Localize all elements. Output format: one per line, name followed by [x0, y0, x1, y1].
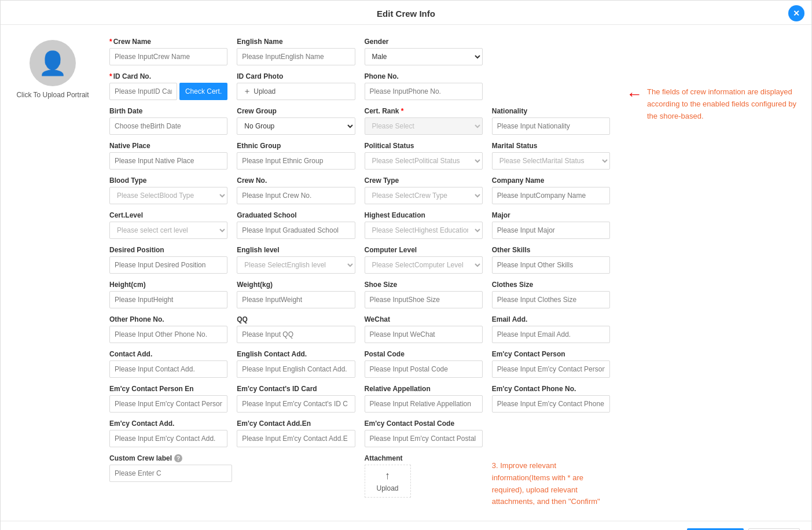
shoe-size-input[interactable] [365, 291, 483, 308]
crew-name-field: *Crew Name [105, 34, 232, 69]
phone-input[interactable] [365, 83, 483, 100]
birth-date-label: Birth Date [109, 107, 227, 115]
nationality-field: Nationality [487, 104, 615, 138]
close-button[interactable]: ✕ [788, 5, 804, 21]
crew-type-select[interactable]: Please SelectCrew Type [365, 187, 483, 204]
upload-portrait-label[interactable]: Click To Upload Portrait [16, 91, 89, 99]
emcy-add-field: Em'cy Contact Add. [105, 416, 232, 451]
english-level-label: English level [237, 246, 355, 254]
bottom-annotation-field: 3. Improve relevant information(Items wi… [487, 451, 615, 511]
english-name-field: English Name [232, 34, 359, 69]
form-area: *Crew Name English Name Gender Male Fema… [105, 34, 615, 511]
desired-position-label: Desired Position [109, 246, 227, 254]
emcy-person-en-label: Em'cy Contact Person En [109, 385, 227, 393]
ethnic-group-input[interactable] [237, 152, 355, 170]
empty-field-1 [487, 34, 615, 69]
crew-group-select[interactable]: No Group [237, 117, 355, 135]
company-name-field: Company Name [487, 173, 615, 208]
height-input[interactable] [109, 291, 227, 308]
form-grid: *Crew Name English Name Gender Male Fema… [105, 34, 615, 511]
other-phone-field: Other Phone No. [105, 312, 232, 347]
clothes-size-input[interactable] [492, 291, 610, 308]
contact-add-input[interactable] [109, 360, 227, 378]
blood-type-select[interactable]: Please SelectBlood Type [109, 187, 227, 204]
custom-label-input[interactable] [109, 465, 232, 482]
native-place-input[interactable] [109, 152, 227, 170]
relative-appellation-input[interactable] [365, 395, 483, 413]
gender-select[interactable]: Male Female [365, 48, 483, 65]
cert-rank-select[interactable]: Please Select [365, 117, 483, 135]
english-level-field: English level Please SelectEnglish level [232, 242, 359, 277]
right-panel: ← The fields of crew information are dis… [626, 34, 800, 511]
modal-footer: ☑ Confirm ✕ Cancel [1, 521, 811, 530]
id-card-input[interactable] [109, 83, 177, 100]
graduated-school-input[interactable] [237, 222, 355, 239]
upload-icon: ↑ [385, 470, 390, 482]
id-card-field: *ID Card No. Check Cert. [105, 69, 232, 104]
emcy-postal-input[interactable] [365, 430, 483, 447]
wechat-input[interactable] [365, 326, 483, 343]
emcy-id-card-input[interactable] [237, 395, 355, 413]
crew-type-field: Crew Type Please SelectCrew Type [360, 173, 487, 208]
edit-crew-modal: Edit Crew Info ✕ 👤 Click To Upload Portr… [0, 0, 812, 530]
marital-status-select[interactable]: Please SelectMarital Status [492, 152, 610, 170]
english-name-input[interactable] [237, 48, 355, 65]
crew-name-input[interactable] [109, 48, 227, 65]
attachment-upload-button[interactable]: ↑ Upload [365, 465, 411, 498]
person-icon: 👤 [38, 50, 67, 77]
major-input[interactable] [492, 222, 610, 239]
computer-level-label: Computer Level [365, 246, 483, 254]
cert-level-label: Cert.Level [109, 211, 227, 219]
graduated-school-label: Graduated School [237, 211, 355, 219]
graduated-school-field: Graduated School [232, 208, 359, 242]
emcy-add-input[interactable] [109, 430, 227, 447]
custom-label-label: Custom Crew label ? [109, 454, 355, 462]
wechat-field: WeChat [360, 312, 487, 347]
weight-input[interactable] [237, 291, 355, 308]
check-cert-button[interactable]: Check Cert. [179, 83, 227, 100]
avatar: 👤 [30, 40, 76, 86]
english-contact-input[interactable] [237, 360, 355, 378]
id-card-upload-button[interactable]: ＋ Upload [237, 83, 355, 100]
qq-label: QQ [237, 315, 355, 323]
emcy-person-input[interactable] [492, 360, 610, 378]
political-status-select[interactable]: Please SelectPolitical Status [365, 152, 483, 170]
political-status-label: Political Status [365, 142, 483, 150]
height-label: Height(cm) [109, 281, 227, 289]
other-phone-input[interactable] [109, 326, 227, 343]
highest-education-select[interactable]: Please SelectHighest Education [365, 222, 483, 239]
emcy-person-en-input[interactable] [109, 395, 227, 413]
blood-type-label: Blood Type [109, 176, 227, 185]
emcy-phone-input[interactable] [492, 395, 610, 413]
major-field: Major [487, 208, 615, 242]
clothes-size-label: Clothes Size [492, 281, 610, 289]
emcy-postal-label: Em'cy Contact Postal Code [365, 419, 483, 428]
birth-date-field: Birth Date [105, 104, 232, 138]
other-skills-input[interactable] [492, 256, 610, 274]
crew-no-field: Crew No. [232, 173, 359, 208]
desired-position-input[interactable] [109, 256, 227, 274]
english-level-select[interactable]: Please SelectEnglish level [237, 256, 355, 274]
email-field: Email Add. [487, 312, 615, 347]
emcy-add-en-input[interactable] [237, 430, 355, 447]
birth-date-input[interactable] [109, 117, 227, 135]
annotation-card: ← The fields of crew information are dis… [626, 86, 800, 122]
qq-input[interactable] [237, 326, 355, 343]
modal-header: Edit Crew Info ✕ [1, 1, 811, 25]
emcy-person-en-field: Em'cy Contact Person En [105, 381, 232, 416]
help-icon[interactable]: ? [174, 454, 182, 462]
desired-position-field: Desired Position [105, 242, 232, 277]
emcy-id-card-field: Em'cy Contact's ID Card [232, 381, 359, 416]
marital-status-field: Marital Status Please SelectMarital Stat… [487, 138, 615, 173]
english-name-label: English Name [237, 38, 355, 46]
computer-level-select[interactable]: Please SelectComputer Level [365, 256, 483, 274]
annotation-note: The fields of crew information are displ… [647, 86, 800, 122]
nationality-input[interactable] [492, 117, 610, 135]
email-input[interactable] [492, 326, 610, 343]
company-name-input[interactable] [492, 187, 610, 204]
cert-level-select[interactable]: Please select cert level [109, 222, 227, 239]
highest-education-label: Highest Education [365, 211, 483, 219]
postal-code-input[interactable] [365, 360, 483, 378]
crew-no-input[interactable] [237, 187, 355, 204]
ethnic-group-label: Ethnic Group [237, 142, 355, 150]
